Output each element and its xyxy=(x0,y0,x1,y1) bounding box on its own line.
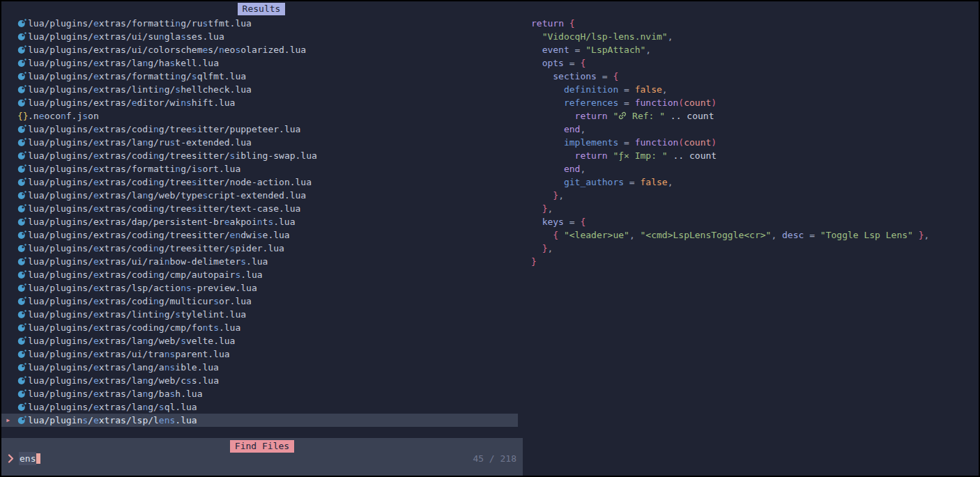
result-path: lua/plugins/extras/lang/web/svelte.lua xyxy=(28,334,235,347)
result-row[interactable]: lua/plugins/extras/lang/rust-extended.lu… xyxy=(1,136,518,149)
result-path: lua/plugins/extras/lsp/lens.lua xyxy=(28,414,197,427)
result-row[interactable]: lua/plugins/extras/coding/treesitter/pup… xyxy=(1,123,518,136)
result-path: lua/plugins/extras/lang/rust-extended.lu… xyxy=(28,136,252,149)
result-path: lua/plugins/extras/coding/cmp/fonts.lua xyxy=(28,321,240,334)
lua-file-icon xyxy=(17,389,26,398)
code-line: event = "LspAttach", xyxy=(531,43,929,56)
lua-file-icon xyxy=(17,361,28,374)
result-path: lua/plugins/extras/dap/persistent-breakp… xyxy=(28,215,296,228)
result-row[interactable]: lua/plugins/extras/ui/sunglasses.lua xyxy=(1,30,518,43)
result-row[interactable]: lua/plugins/extras/lang/sql.lua xyxy=(1,400,518,414)
lua-file-icon xyxy=(17,268,28,281)
result-row[interactable]: lua/plugins/extras/lang/web/typescript-e… xyxy=(1,189,518,202)
code-line: definition = false, xyxy=(531,83,929,96)
lua-file-icon xyxy=(17,98,26,107)
result-row[interactable]: lua/plugins/extras/editor/winshift.lua xyxy=(1,96,518,109)
result-row[interactable]: {}.neoconf.json xyxy=(1,109,518,123)
result-row[interactable]: lua/plugins/extras/lang/ansible.lua xyxy=(1,361,518,374)
code-line: "VidocqH/lsp-lens.nvim", xyxy=(531,30,929,43)
lua-file-icon xyxy=(17,308,28,321)
result-row[interactable]: lua/plugins/extras/coding/treesitter/spi… xyxy=(1,242,518,255)
lua-file-icon xyxy=(17,400,28,414)
result-row[interactable]: lua/plugins/extras/ui/transparent.lua xyxy=(1,347,518,361)
code-line: return { xyxy=(531,17,929,30)
result-path: lua/plugins/extras/linting/stylelint.lua xyxy=(28,308,246,321)
result-row[interactable]: lua/plugins/extras/formatting/sqlfmt.lua xyxy=(1,70,518,83)
result-path: lua/plugins/extras/lang/sql.lua xyxy=(28,400,197,414)
result-row[interactable]: lua/plugins/extras/lang/web/svelte.lua xyxy=(1,334,518,347)
prompt-box: Find Files ens 45 / 218 xyxy=(1,438,523,476)
lua-file-icon xyxy=(17,255,28,268)
result-row[interactable]: lua/plugins/extras/formatting/rustfmt.lu… xyxy=(1,17,518,30)
lua-file-icon xyxy=(17,123,28,136)
lua-file-icon xyxy=(17,402,26,412)
result-counter: 45 / 218 xyxy=(473,452,516,465)
result-row[interactable]: lua/plugins/extras/lang/bash.lua xyxy=(1,387,518,400)
result-row[interactable]: lua/plugins/extras/coding/treesitter/tex… xyxy=(1,202,518,215)
prompt-query-text[interactable]: ens xyxy=(19,452,36,465)
code-line: }, xyxy=(531,189,929,202)
result-row[interactable]: lua/plugins/extras/ui/colorschemes/neoso… xyxy=(1,43,518,56)
lua-file-icon xyxy=(17,321,28,334)
result-row[interactable]: lua/plugins/extras/dap/persistent-breakp… xyxy=(1,215,518,228)
result-row[interactable]: lua/plugins/extras/lang/haskell.lua xyxy=(1,56,518,70)
result-row[interactable]: ▸ lua/plugins/extras/lsp/lens.lua xyxy=(1,414,518,427)
result-row[interactable]: lua/plugins/extras/formatting/isort.lua xyxy=(1,162,518,175)
lua-file-icon xyxy=(17,310,26,319)
lua-file-icon xyxy=(17,334,28,347)
result-row[interactable]: lua/plugins/extras/coding/treesitter/nod… xyxy=(1,175,518,189)
lua-file-icon xyxy=(17,96,28,109)
lua-file-icon xyxy=(17,297,26,306)
results-list: lua/plugins/extras/formatting/rustfmt.lu… xyxy=(1,17,521,427)
lua-file-icon xyxy=(17,387,28,400)
result-path: lua/plugins/extras/lang/bash.lua xyxy=(28,387,202,400)
result-row[interactable]: lua/plugins/extras/coding/treesitter/end… xyxy=(1,228,518,242)
result-path: lua/plugins/extras/coding/multicursor.lu… xyxy=(28,295,252,308)
code-line: }, xyxy=(531,202,929,215)
code-line: implements = function(count) xyxy=(531,136,929,149)
result-path: lua/plugins/extras/coding/treesitter/tex… xyxy=(28,202,300,215)
result-path: lua/plugins/extras/formatting/isort.lua xyxy=(28,162,240,175)
result-row[interactable]: lua/plugins/extras/ui/rainbow-delimeters… xyxy=(1,255,518,268)
result-path: lua/plugins/extras/lang/haskell.lua xyxy=(28,56,219,70)
result-path: lua/plugins/extras/lang/ansible.lua xyxy=(28,361,219,374)
lua-file-icon xyxy=(17,164,26,173)
code-line: return "ƒ× Imp: " .. count xyxy=(531,149,929,162)
result-path: lua/plugins/extras/linting/shellcheck.lu… xyxy=(28,83,252,96)
lua-file-icon xyxy=(17,376,26,385)
code-line: git_authors = false, xyxy=(531,175,929,189)
result-row[interactable]: lua/plugins/extras/linting/stylelint.lua xyxy=(1,308,518,321)
result-row[interactable]: lua/plugins/extras/coding/treesitter/sib… xyxy=(1,149,518,162)
prompt-input[interactable]: ens xyxy=(8,452,40,465)
link-icon xyxy=(618,111,627,120)
code-line: sections = { xyxy=(531,70,929,83)
lua-file-icon xyxy=(17,138,26,147)
lua-file-icon xyxy=(17,414,28,427)
file-preview-panel[interactable]: File Preview return {"VidocqH/lsp-lens.n… xyxy=(524,1,979,476)
lua-file-icon xyxy=(17,30,28,43)
result-row[interactable]: lua/plugins/extras/coding/multicursor.lu… xyxy=(1,295,518,308)
lua-file-icon xyxy=(17,85,26,94)
lua-file-icon xyxy=(17,202,28,215)
lua-file-icon xyxy=(17,336,26,345)
lua-file-icon xyxy=(17,19,26,28)
prompt-chevron-icon xyxy=(8,454,14,463)
result-path: lua/plugins/extras/formatting/sqlfmt.lua xyxy=(28,70,246,83)
result-row[interactable]: lua/plugins/extras/lsp/actions-preview.l… xyxy=(1,281,518,295)
result-row[interactable]: lua/plugins/extras/lang/web/css.lua xyxy=(1,374,518,387)
lua-file-icon xyxy=(17,204,26,213)
code-preview: return {"VidocqH/lsp-lens.nvim",event = … xyxy=(531,17,929,268)
lua-file-icon xyxy=(17,72,26,81)
result-path: lua/plugins/extras/ui/sunglasses.lua xyxy=(28,30,224,43)
result-row[interactable]: lua/plugins/extras/linting/shellcheck.lu… xyxy=(1,83,518,96)
result-path: lua/plugins/extras/ui/transparent.lua xyxy=(28,347,230,361)
lua-file-icon xyxy=(17,162,28,175)
lua-file-icon xyxy=(17,242,28,255)
result-row[interactable]: lua/plugins/extras/coding/cmp/fonts.lua xyxy=(1,321,518,334)
lua-file-icon xyxy=(17,151,26,160)
lua-file-icon xyxy=(17,149,28,162)
result-row[interactable]: lua/plugins/extras/coding/cmp/autopairs.… xyxy=(1,268,518,281)
lua-file-icon xyxy=(17,295,28,308)
result-path: lua/plugins/extras/editor/winshift.lua xyxy=(28,96,235,109)
lua-file-icon xyxy=(17,136,28,149)
